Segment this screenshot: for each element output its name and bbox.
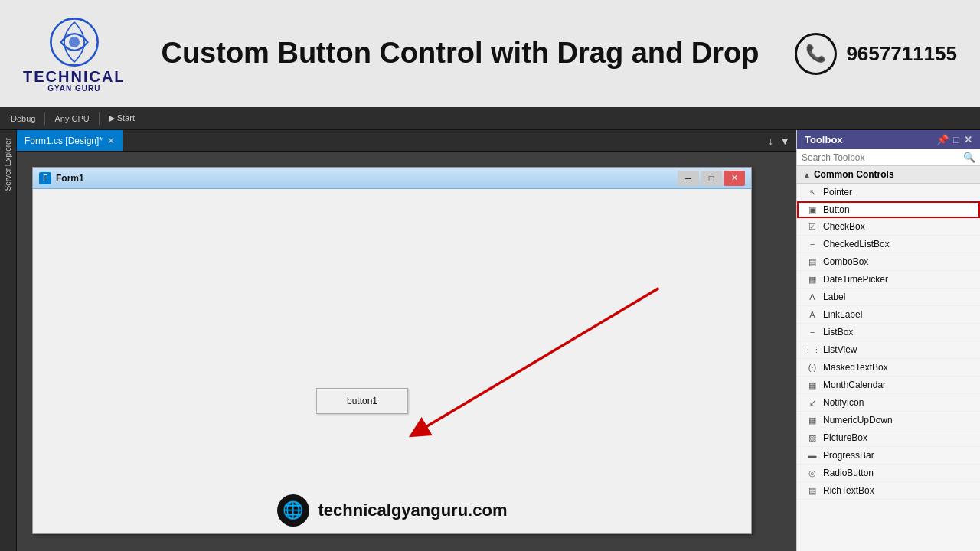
win-buttons: ─ □ ✕	[678, 171, 745, 186]
toolbox-item-icon: ▣	[806, 204, 818, 216]
toolbox-items-list: ▲ Common Controls ↖ Pointer ▣ Button ☑ C…	[797, 166, 980, 551]
toolbox-item-label: Label	[823, 292, 845, 302]
toolbox-item-radiobutton[interactable]: ◎ RadioButton	[797, 465, 980, 482]
server-explorer-label[interactable]: Server Explorer	[4, 138, 12, 191]
toolbox-item-picturebox[interactable]: ▨ PictureBox	[797, 429, 980, 447]
form-designer: F Form1 ─ □ ✕ button1	[17, 152, 796, 551]
win-title-icon: F	[39, 172, 51, 184]
toolbox-item-label: ComboBox	[823, 256, 868, 267]
toolbox-item-label: Pointer	[823, 187, 852, 197]
toolbox-item-label: RichTextBox	[823, 485, 874, 496]
win-title-text: Form1	[56, 173, 84, 184]
toolbox-item-label: NotifyIcon	[823, 397, 864, 408]
phone-number: 9657711155	[846, 42, 957, 66]
win-body: button1 🌐 technicalgyan	[33, 189, 751, 533]
toolbox-item-icon: (·)	[806, 361, 818, 373]
toolbox-item-richtextbox[interactable]: ▤ RichTextBox	[797, 482, 980, 500]
toolbox-item-monthcalendar[interactable]: ▦ MonthCalendar	[797, 377, 980, 394]
win-minimize-button[interactable]: ─	[678, 171, 699, 186]
toolbox-item-icon: ▨	[806, 432, 818, 444]
toolbox-item-checkedlistbox[interactable]: ≡ CheckedListBox	[797, 236, 980, 253]
toolbox-search-bar[interactable]: 🔍	[797, 149, 980, 166]
tab-action-menu[interactable]: ▼	[779, 135, 790, 147]
toolbox-item-label: CheckedListBox	[823, 239, 890, 249]
tab-actions: ↓ ▼	[762, 130, 796, 151]
win-close-button[interactable]: ✕	[724, 171, 745, 186]
toolbox-item-label: LinkLabel	[823, 309, 862, 320]
toolbox-item-icon: ▬	[806, 449, 818, 461]
logo-sub: GYAN GURU	[47, 84, 100, 93]
toolbox-item-icon: ◎	[806, 467, 818, 479]
svg-point-1	[69, 37, 80, 47]
toolbox-item-listbox[interactable]: ≡ ListBox	[797, 324, 980, 341]
win-form: F Form1 ─ □ ✕ button1	[32, 167, 752, 534]
toolbox-item-label: ProgressBar	[823, 450, 874, 461]
toolbox-item-label: CheckBox	[823, 221, 865, 232]
toolbox-item-pointer[interactable]: ↖ Pointer	[797, 184, 980, 201]
win-maximize-button[interactable]: □	[701, 171, 722, 186]
form-button1-label: button1	[347, 396, 377, 406]
toolbox-item-label: MonthCalendar	[823, 380, 886, 390]
toolbox-section-header[interactable]: ▲ Common Controls	[797, 166, 980, 184]
toolbox-item-numericupdown[interactable]: ▦ NumericUpDown	[797, 412, 980, 429]
toolbox-item-label: ListBox	[823, 327, 853, 337]
tab-close-button[interactable]: ✕	[107, 135, 115, 146]
toolbar-platform[interactable]: Any CPU	[50, 112, 93, 125]
toolbox-section-label: Common Controls	[814, 169, 894, 180]
page-title: Custom Button Control with Drag and Drop	[149, 36, 773, 71]
toolbox-item-label: DateTimePicker	[823, 274, 888, 285]
tab-form1-design[interactable]: Form1.cs [Design]* ✕	[17, 130, 123, 151]
watermark-url: technicalgyanguru.com	[318, 500, 508, 520]
toolbox-item-icon: ☑	[806, 220, 818, 233]
toolbox-item-label: PictureBox	[823, 432, 867, 443]
tab-bar: Form1.cs [Design]* ✕ ↓ ▼	[17, 130, 796, 152]
toolbox-header-actions: 📌 □ ✕	[936, 134, 972, 145]
toolbar-sep2	[99, 112, 100, 125]
toolbox-title: Toolbox	[805, 134, 843, 145]
toolbox-items-container: ↖ Pointer ▣ Button ☑ CheckBox ≡ CheckedL…	[797, 184, 980, 500]
main-content: Form1.cs [Design]* ✕ ↓ ▼ F Form1 ─ □ ✕	[17, 130, 796, 551]
logo-brand: TECHNICAL	[23, 69, 126, 84]
toolbar-start[interactable]: ▶ Start	[104, 112, 139, 125]
toolbox-window-button[interactable]: □	[953, 134, 959, 145]
toolbox-item-icon: ≡	[806, 326, 818, 338]
toolbox-item-checkbox[interactable]: ☑ CheckBox	[797, 218, 980, 236]
toolbox-panel: Toolbox 📌 □ ✕ 🔍 ▲ Common Controls ↖ Poin…	[796, 130, 980, 551]
tab-label: Form1.cs [Design]*	[24, 135, 103, 146]
toolbox-close-button[interactable]: ✕	[964, 134, 972, 145]
win-titlebar: F Form1 ─ □ ✕	[33, 168, 751, 189]
toolbox-item-label: NumericUpDown	[823, 415, 893, 425]
phone-icon: 📞	[795, 33, 837, 75]
toolbox-item-icon: ▦	[806, 379, 818, 391]
toolbox-pin-button[interactable]: 📌	[936, 134, 949, 145]
contact-area: 📞 9657711155	[795, 33, 957, 75]
toolbox-item-notifyicon[interactable]: ↙ NotifyIcon	[797, 394, 980, 412]
toolbox-search-input[interactable]	[802, 152, 960, 163]
toolbar-sep1	[44, 112, 45, 125]
tab-action-pin[interactable]: ↓	[768, 135, 773, 147]
form-button1[interactable]: button1	[316, 388, 408, 414]
toolbox-item-progressbar[interactable]: ▬ ProgressBar	[797, 447, 980, 465]
toolbox-item-label: RadioButton	[823, 468, 874, 478]
toolbox-item-button[interactable]: ▣ Button	[797, 201, 980, 218]
toolbox-item-label[interactable]: A Label	[797, 289, 980, 306]
toolbox-item-icon: A	[806, 291, 818, 303]
toolbar-debug[interactable]: Debug	[6, 112, 40, 125]
title-area: Custom Button Control with Drag and Drop	[149, 36, 773, 71]
toolbox-item-combobox[interactable]: ▤ ComboBox	[797, 253, 980, 271]
globe-icon: 🌐	[277, 494, 309, 527]
section-arrow-icon: ▲	[803, 171, 811, 179]
toolbox-item-listview[interactable]: ⋮⋮ ListView	[797, 341, 980, 359]
drag-drop-arrow	[33, 189, 751, 533]
toolbox-item-linklabel[interactable]: A LinkLabel	[797, 306, 980, 324]
toolbox-item-icon: ↖	[806, 186, 818, 198]
toolbox-item-label: Button	[823, 204, 850, 215]
toolbox-item-icon: ▤	[806, 256, 818, 268]
logo-area: TECHNICAL GYAN GURU	[23, 15, 126, 93]
toolbar: Debug Any CPU ▶ Start	[0, 107, 980, 130]
toolbox-item-label: ListView	[823, 344, 857, 355]
toolbox-item-datetimepicker[interactable]: ▦ DateTimePicker	[797, 271, 980, 289]
watermark-area: 🌐 technicalgyanguru.com	[33, 487, 751, 533]
toolbox-item-maskedtextbox[interactable]: (·) MaskedTextBox	[797, 359, 980, 377]
left-sidebar: Server Explorer	[0, 130, 17, 551]
